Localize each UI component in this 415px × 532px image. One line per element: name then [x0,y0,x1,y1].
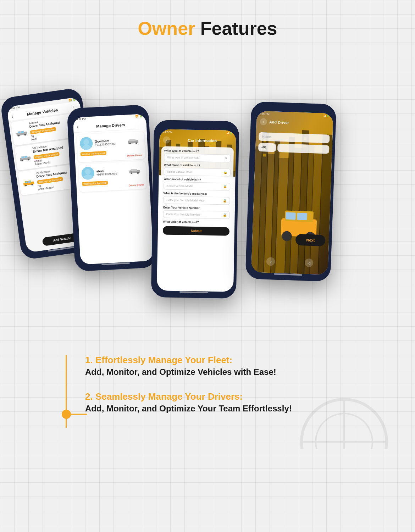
vehicle-color-label: What color of vehicle is it? [163,220,229,224]
car-info-back-btn[interactable]: ‹ [163,136,170,143]
next-button[interactable]: Next [295,234,326,246]
mv-title: Manage Vehicles [27,108,58,116]
phone-car-information: 4:02 PM 📶🔋 ‹ Car Information What type o… [151,120,239,299]
svg-point-19 [82,145,91,150]
phone1-icons: 📶 🔋 [68,98,76,102]
svg-point-18 [83,139,89,145]
driver-name-placeholder: Name [262,135,271,139]
page-title: Owner Features [0,18,415,39]
driver-card-1: Gowtham +911234567890. Waiting For Appro… [77,131,145,162]
md-title: Manage Drivers [96,123,125,128]
feature1-number: 1. [85,355,93,365]
lock-icon-2: 🔒 [223,185,227,188]
phone-add-driver: 4:02 PM 📶🔋 ‹ Add Driver Name [245,101,336,282]
svg-rect-71 [297,213,307,220]
vehicle-year-placeholder: Enter your Vehicle Model Year [166,198,223,203]
md-back-btn[interactable]: ‹ [77,124,79,129]
driver1-badge: Waiting For Approval [81,151,106,156]
car-info-content: 4:02 PM 📶🔋 ‹ Car Information What type o… [157,129,236,292]
vehicle-type-dropdown[interactable]: What type of vehicle is it? ∨ [164,153,231,162]
driver2-badge: Waiting For Approval [82,181,108,186]
add-driver-title: Add Driver [269,120,289,125]
vehicle-year-label: What is the Vehicle's model year [164,192,230,196]
svg-rect-21 [129,139,135,142]
car-icon-2 [18,153,32,163]
feature1-subtitle: Add, Monitor, and Optimize Vehicles with… [85,367,380,377]
car-icon-3 [22,177,35,188]
vehicle-make-input[interactable]: Select Vehicle Make 🔒 [164,167,231,176]
page-wrapper: Owner Features 3:59 PM 📶 🔋 ‹ Manage Vehi… [0,0,415,449]
phone-number-input[interactable] [277,144,330,154]
submit-button[interactable]: Submit [163,226,229,235]
nav-home-icon[interactable]: ○ [266,257,275,266]
driver-card-2: stevi +919999999999 Waiting For Approval… [78,161,147,192]
driver2-top: stevi +919999999999 [81,164,144,180]
vehicle-make-placeholder: Select Vehicle Make [167,170,223,174]
feature1-title: 1. Effortlessly Manage Your Fleet: [85,355,380,366]
avatar2-svg [81,167,95,180]
mv-back-btn[interactable]: ‹ [11,113,13,119]
car-icon-1 [15,128,29,138]
svg-rect-4 [18,131,21,133]
add-driver-back-btn[interactable]: ‹ [260,118,267,126]
dropdown-chevron-1: ∨ [225,156,227,160]
avatar1-svg [79,137,93,150]
road-svg [273,378,415,449]
svg-rect-74 [263,154,266,156]
phone3-time: 4:02 PM [163,131,172,133]
phone4-time: 4:02 PM [260,112,269,116]
vehicle-model-placeholder: Select Vehicle Model [167,184,223,188]
driver2-info: stevi +919999999999 [96,168,126,176]
driver2-car-icon [128,166,141,176]
phones-section: 3:59 PM 📶 🔋 ‹ Manage Vehicles ⋮ [0,50,415,340]
svg-point-25 [84,174,93,180]
vehicle-model-label: What model of vehicle is it? [164,177,230,182]
svg-point-24 [85,169,91,175]
driver1-info: Gowtham +911234567890. [95,138,125,146]
svg-rect-27 [131,169,137,171]
lock-icon-3: 🔒 [223,199,227,203]
svg-rect-70 [286,212,296,220]
vehicle-model-input[interactable]: Select Vehicle Model 🔒 [164,182,230,190]
nav-back-icon[interactable]: ◁ [305,258,314,267]
phone2-icons: 📶 🔋 [135,115,142,118]
driver1-avatar [79,137,93,150]
feature-dot [62,410,71,419]
phone4-signal: 📶🔋 [323,115,330,118]
road-graphic [273,378,415,449]
svg-rect-16 [25,181,28,183]
phone3-home-bar [179,291,208,293]
lock-icon-1: 🔒 [223,171,227,174]
vehicle-make-label: What make of vehicle is it? [164,163,231,167]
vehicle-number-input[interactable]: Enter Your Vehicle Number 🔒 [163,210,230,219]
phone3-screen: 4:02 PM 📶🔋 ‹ Car Information What type o… [157,129,236,292]
vehicle-type-label: What type of vehicle is it? [164,149,231,153]
vehicle-year-input[interactable]: Enter your Vehicle Model Year 🔒 [163,196,230,205]
vehicle1-details: Allroad Driver Not Assigned Waiting For … [29,116,73,141]
svg-rect-10 [22,156,24,158]
phone3-signal: 📶🔋 [226,132,233,134]
vehicle-number-label: Enter Your Vehicle Number [163,206,230,210]
car-info-header: ‹ Car Information [159,135,236,146]
vehicle-number-placeholder: Enter Your Vehicle Number [166,212,223,217]
car-info-form: What type of vehicle is it? What type of… [160,146,234,239]
feature-block-1: 1. Effortlessly Manage Your Fleet: Add, … [57,355,380,377]
driver2-avatar [81,167,95,180]
country-code-field[interactable]: +91 [258,143,276,152]
feature2-title-text: Seamlessly Manage Your Drivers: [95,391,243,402]
driver-phone-row: +91 [258,143,330,154]
page-header: Owner Features [0,0,415,50]
driver1-car-icon [127,137,140,146]
phone2-screen: 4:02 PM 📶 🔋 ‹ Manage Drivers [73,114,153,265]
add-driver-form: Name +91 [258,132,330,156]
phone4-screen: 4:02 PM 📶🔋 ‹ Add Driver Name [251,111,333,275]
phone-manage-drivers: 4:02 PM 📶 🔋 ‹ Manage Drivers [67,104,157,271]
title-orange: Owner [138,18,195,39]
feature2-number: 2. [85,391,93,402]
phone2-time: 4:02 PM [77,118,86,121]
car-info-title: Car Information [172,138,232,143]
feature1-title-text: Effortlessly Manage Your Fleet: [95,355,232,365]
lock-icon-4: 🔒 [223,213,227,217]
vehicle-type-placeholder: What type of vehicle is it? [167,156,225,160]
title-black: Features [195,18,277,39]
